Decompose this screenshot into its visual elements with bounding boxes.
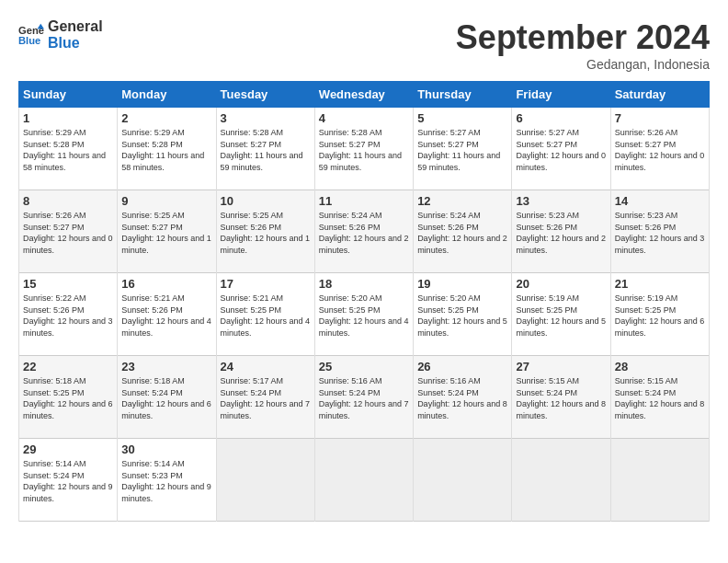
day-info: Sunrise: 5:19 AMSunset: 5:25 PMDaylight:… bbox=[615, 293, 705, 339]
calendar-cell: 2Sunrise: 5:29 AMSunset: 5:28 PMDaylight… bbox=[118, 108, 216, 190]
day-info: Sunrise: 5:22 AMSunset: 5:26 PMDaylight:… bbox=[23, 293, 113, 339]
day-number: 15 bbox=[23, 277, 113, 291]
calendar-cell: 25Sunrise: 5:16 AMSunset: 5:24 PMDayligh… bbox=[314, 356, 413, 439]
calendar-cell: 3Sunrise: 5:28 AMSunset: 5:27 PMDaylight… bbox=[216, 108, 314, 190]
week-row-3: 15Sunrise: 5:22 AMSunset: 5:26 PMDayligh… bbox=[19, 273, 710, 356]
calendar-cell: 14Sunrise: 5:23 AMSunset: 5:26 PMDayligh… bbox=[610, 190, 709, 273]
calendar-cell: 12Sunrise: 5:24 AMSunset: 5:26 PMDayligh… bbox=[414, 190, 512, 273]
calendar-cell bbox=[414, 439, 512, 522]
calendar-cell: 24Sunrise: 5:17 AMSunset: 5:24 PMDayligh… bbox=[216, 356, 314, 439]
day-info: Sunrise: 5:16 AMSunset: 5:24 PMDaylight:… bbox=[319, 375, 409, 421]
week-row-1: 1Sunrise: 5:29 AMSunset: 5:28 PMDaylight… bbox=[19, 108, 710, 190]
day-number: 16 bbox=[121, 277, 211, 291]
day-info: Sunrise: 5:24 AMSunset: 5:26 PMDaylight:… bbox=[319, 210, 409, 256]
day-info: Sunrise: 5:25 AMSunset: 5:26 PMDaylight:… bbox=[221, 210, 311, 256]
calendar-table: SundayMondayTuesdayWednesdayThursdayFrid… bbox=[18, 81, 710, 522]
header-monday: Monday bbox=[118, 82, 216, 108]
day-info: Sunrise: 5:15 AMSunset: 5:24 PMDaylight:… bbox=[516, 375, 606, 421]
day-info: Sunrise: 5:14 AMSunset: 5:23 PMDaylight:… bbox=[121, 458, 211, 504]
day-number: 30 bbox=[121, 442, 211, 456]
day-info: Sunrise: 5:26 AMSunset: 5:27 PMDaylight:… bbox=[23, 210, 113, 256]
header-wednesday: Wednesday bbox=[314, 82, 413, 108]
header-sunday: Sunday bbox=[19, 82, 118, 108]
day-number: 10 bbox=[221, 194, 311, 208]
calendar-cell: 27Sunrise: 5:15 AMSunset: 5:24 PMDayligh… bbox=[512, 356, 610, 439]
calendar-cell: 18Sunrise: 5:20 AMSunset: 5:25 PMDayligh… bbox=[314, 273, 413, 356]
calendar-cell: 22Sunrise: 5:18 AMSunset: 5:25 PMDayligh… bbox=[19, 356, 118, 439]
day-info: Sunrise: 5:18 AMSunset: 5:25 PMDaylight:… bbox=[23, 375, 113, 421]
week-row-4: 22Sunrise: 5:18 AMSunset: 5:25 PMDayligh… bbox=[19, 356, 710, 439]
calendar-cell: 7Sunrise: 5:26 AMSunset: 5:27 PMDaylight… bbox=[610, 108, 709, 190]
day-number: 1 bbox=[23, 111, 113, 125]
header-friday: Friday bbox=[512, 82, 610, 108]
calendar-cell bbox=[512, 439, 610, 522]
header-thursday: Thursday bbox=[414, 82, 512, 108]
calendar-cell: 5Sunrise: 5:27 AMSunset: 5:27 PMDaylight… bbox=[414, 108, 512, 190]
day-info: Sunrise: 5:19 AMSunset: 5:25 PMDaylight:… bbox=[516, 293, 606, 339]
day-number: 18 bbox=[319, 277, 409, 291]
location: Gedangan, Indonesia bbox=[456, 57, 710, 72]
calendar-cell: 13Sunrise: 5:23 AMSunset: 5:26 PMDayligh… bbox=[512, 190, 610, 273]
page-header: General Blue General Blue September 2024… bbox=[18, 18, 710, 72]
week-row-5: 29Sunrise: 5:14 AMSunset: 5:24 PMDayligh… bbox=[19, 439, 710, 522]
day-number: 19 bbox=[417, 277, 507, 291]
day-number: 11 bbox=[319, 194, 409, 208]
day-info: Sunrise: 5:20 AMSunset: 5:25 PMDaylight:… bbox=[417, 293, 507, 339]
calendar-cell bbox=[216, 439, 314, 522]
calendar-cell: 9Sunrise: 5:25 AMSunset: 5:27 PMDaylight… bbox=[118, 190, 216, 273]
day-info: Sunrise: 5:28 AMSunset: 5:27 PMDaylight:… bbox=[221, 127, 311, 173]
day-info: Sunrise: 5:16 AMSunset: 5:24 PMDaylight:… bbox=[417, 375, 507, 421]
day-number: 9 bbox=[121, 194, 211, 208]
calendar-cell: 8Sunrise: 5:26 AMSunset: 5:27 PMDaylight… bbox=[19, 190, 118, 273]
day-info: Sunrise: 5:21 AMSunset: 5:25 PMDaylight:… bbox=[221, 293, 311, 339]
logo-icon: General Blue bbox=[18, 22, 44, 48]
day-number: 6 bbox=[516, 111, 606, 125]
day-info: Sunrise: 5:23 AMSunset: 5:26 PMDaylight:… bbox=[615, 210, 705, 256]
calendar-cell: 10Sunrise: 5:25 AMSunset: 5:26 PMDayligh… bbox=[216, 190, 314, 273]
day-number: 22 bbox=[23, 360, 113, 373]
day-number: 13 bbox=[516, 194, 606, 208]
day-number: 17 bbox=[221, 277, 311, 291]
day-number: 3 bbox=[221, 111, 311, 125]
day-info: Sunrise: 5:27 AMSunset: 5:27 PMDaylight:… bbox=[417, 127, 507, 173]
svg-text:Blue: Blue bbox=[18, 35, 40, 46]
calendar-cell: 23Sunrise: 5:18 AMSunset: 5:24 PMDayligh… bbox=[118, 356, 216, 439]
calendar-cell: 6Sunrise: 5:27 AMSunset: 5:27 PMDaylight… bbox=[512, 108, 610, 190]
day-number: 29 bbox=[23, 442, 113, 456]
day-info: Sunrise: 5:21 AMSunset: 5:26 PMDaylight:… bbox=[121, 293, 211, 339]
header-saturday: Saturday bbox=[610, 82, 709, 108]
day-number: 24 bbox=[221, 360, 311, 373]
day-number: 23 bbox=[121, 360, 211, 373]
day-number: 26 bbox=[417, 360, 507, 373]
day-info: Sunrise: 5:28 AMSunset: 5:27 PMDaylight:… bbox=[319, 127, 409, 173]
month-title: September 2024 bbox=[456, 18, 710, 57]
logo-text-line2: Blue bbox=[48, 35, 103, 52]
calendar-cell: 15Sunrise: 5:22 AMSunset: 5:26 PMDayligh… bbox=[19, 273, 118, 356]
calendar-cell: 17Sunrise: 5:21 AMSunset: 5:25 PMDayligh… bbox=[216, 273, 314, 356]
calendar-cell: 28Sunrise: 5:15 AMSunset: 5:24 PMDayligh… bbox=[610, 356, 709, 439]
calendar-cell bbox=[314, 439, 413, 522]
day-number: 7 bbox=[615, 111, 705, 125]
day-info: Sunrise: 5:24 AMSunset: 5:26 PMDaylight:… bbox=[417, 210, 507, 256]
day-info: Sunrise: 5:18 AMSunset: 5:24 PMDaylight:… bbox=[121, 375, 211, 421]
day-number: 21 bbox=[615, 277, 705, 291]
day-info: Sunrise: 5:26 AMSunset: 5:27 PMDaylight:… bbox=[615, 127, 705, 173]
calendar-cell: 21Sunrise: 5:19 AMSunset: 5:25 PMDayligh… bbox=[610, 273, 709, 356]
week-row-2: 8Sunrise: 5:26 AMSunset: 5:27 PMDaylight… bbox=[19, 190, 710, 273]
calendar-cell: 30Sunrise: 5:14 AMSunset: 5:23 PMDayligh… bbox=[118, 439, 216, 522]
day-info: Sunrise: 5:17 AMSunset: 5:24 PMDaylight:… bbox=[221, 375, 311, 421]
day-number: 12 bbox=[417, 194, 507, 208]
day-number: 14 bbox=[615, 194, 705, 208]
calendar-cell bbox=[610, 439, 709, 522]
day-number: 27 bbox=[516, 360, 606, 373]
header-row: SundayMondayTuesdayWednesdayThursdayFrid… bbox=[19, 82, 710, 108]
title-block: September 2024 Gedangan, Indonesia bbox=[456, 18, 710, 72]
day-info: Sunrise: 5:23 AMSunset: 5:26 PMDaylight:… bbox=[516, 210, 606, 256]
calendar-cell: 20Sunrise: 5:19 AMSunset: 5:25 PMDayligh… bbox=[512, 273, 610, 356]
day-info: Sunrise: 5:25 AMSunset: 5:27 PMDaylight:… bbox=[121, 210, 211, 256]
day-info: Sunrise: 5:15 AMSunset: 5:24 PMDaylight:… bbox=[615, 375, 705, 421]
day-number: 5 bbox=[417, 111, 507, 125]
calendar-cell: 4Sunrise: 5:28 AMSunset: 5:27 PMDaylight… bbox=[314, 108, 413, 190]
day-info: Sunrise: 5:14 AMSunset: 5:24 PMDaylight:… bbox=[23, 458, 113, 504]
day-number: 25 bbox=[319, 360, 409, 373]
